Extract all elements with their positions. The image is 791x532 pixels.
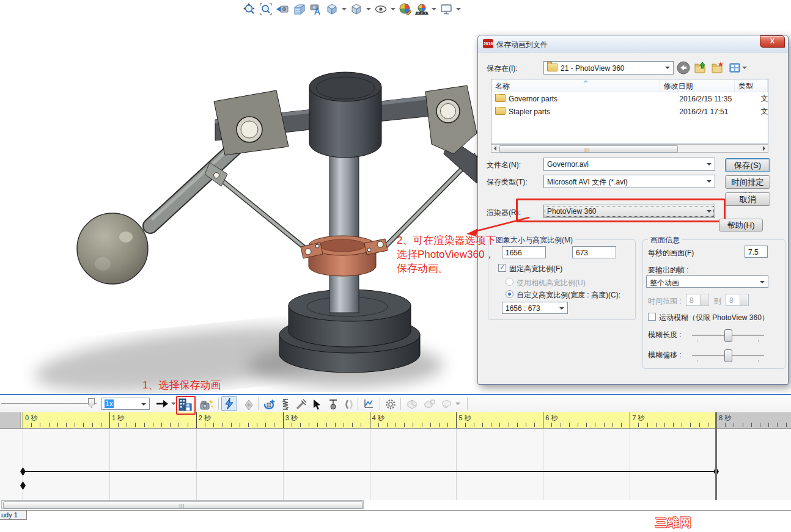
add-key-button[interactable]	[241, 398, 257, 412]
schedule-button[interactable]: 时间排定(H)	[725, 175, 770, 189]
parts-caret[interactable]	[455, 403, 460, 405]
hide-show-items-caret[interactable]	[391, 8, 396, 10]
width-input[interactable]: 1656	[502, 246, 546, 258]
blur-offset-thumb[interactable]	[724, 349, 732, 362]
fps-input[interactable]: 7.5	[745, 246, 768, 258]
damper-button[interactable]	[293, 397, 309, 412]
annotation-step1: 1、选择保存动画	[142, 378, 221, 392]
close-icon[interactable]: X	[760, 35, 785, 48]
blur-offset-slider[interactable]	[692, 355, 764, 357]
blur-length-slider[interactable]	[692, 335, 764, 337]
apply-scene-icon[interactable]	[414, 2, 429, 16]
play-button[interactable]	[154, 396, 170, 411]
keypoint-orientation[interactable]	[20, 481, 26, 490]
column-name[interactable]: 名称	[491, 79, 660, 92]
exploded-parts-icon[interactable]	[421, 397, 437, 412]
camera-aspect-radio[interactable]	[506, 278, 513, 286]
spring-button[interactable]	[278, 397, 293, 412]
scrollbar-thumb[interactable]: |||	[499, 145, 678, 153]
file-name-combo[interactable]: Governor.avi	[543, 158, 715, 171]
save-in-combo[interactable]: 21 - PhotoView 360	[543, 61, 674, 75]
timeline-zoom-slider[interactable]	[1, 403, 97, 404]
column-date[interactable]: 修改日期	[660, 79, 735, 92]
blur-length-label: 模糊长度 :	[648, 330, 682, 340]
range-to-spinner[interactable]: 8	[726, 294, 749, 306]
motor-button[interactable]	[261, 397, 277, 412]
to-label: 到	[714, 296, 721, 307]
height-input[interactable]: 673	[572, 246, 616, 258]
ruler-label: 1 秒	[112, 414, 124, 423]
time-range-label: 时间范围 :	[648, 296, 682, 307]
new-folder-button[interactable]	[711, 61, 724, 75]
timeline-scroll-thumb[interactable]: |||	[3, 501, 363, 509]
file-list[interactable]: 名称 修改日期 类型 Governor parts 2016/2/15 11:3…	[491, 79, 768, 144]
edit-appearance-icon[interactable]	[398, 2, 413, 16]
solidworks-2016-icon: 2016	[483, 39, 493, 48]
scroll-left-icon[interactable]	[494, 146, 496, 151]
gravity-button[interactable]	[325, 397, 341, 412]
reuse-parts-icon[interactable]	[438, 397, 454, 412]
cancel-button[interactable]: 取消	[725, 192, 770, 206]
calculate-button[interactable]	[221, 396, 237, 411]
file-list-hscrollbar[interactable]: |||	[491, 144, 768, 153]
views-caret[interactable]	[742, 67, 747, 69]
display-style-caret[interactable]	[366, 8, 371, 10]
frames-combo[interactable]: 整个动画	[646, 275, 768, 288]
motion-manager: 1x 0 秒1 秒2 秒3 秒4 秒5 秒6 秒7 秒8 秒	[0, 394, 791, 532]
blur-length-thumb[interactable]	[724, 329, 732, 342]
save-button[interactable]: 保存(S)	[725, 158, 770, 172]
simulation-setup-icon[interactable]	[383, 397, 399, 412]
keypoint-start[interactable]	[20, 467, 26, 476]
motion-blur-checkbox[interactable]	[648, 313, 656, 321]
save-type-combo[interactable]: Microsoft AVI 文件 (*.avi)	[543, 175, 715, 188]
view-orientation-caret[interactable]	[342, 8, 347, 10]
animation-wizard-button[interactable]	[199, 397, 215, 412]
fixed-aspect-label: 固定高宽比例(F)	[509, 264, 562, 274]
previous-view-icon[interactable]	[275, 2, 290, 16]
timeline-zoom-thumb[interactable]	[88, 398, 95, 408]
camera-aspect-label: 使用相机高宽比例(U)	[517, 278, 586, 288]
scroll-right-icon[interactable]	[763, 146, 765, 151]
file-row[interactable]: Governor parts 2016/2/15 11:35 文件夹	[491, 92, 768, 105]
range-from-spinner[interactable]: 8	[686, 294, 709, 306]
back-button[interactable]	[677, 61, 690, 75]
view-settings-icon[interactable]	[439, 2, 454, 16]
timeline-playhead[interactable]	[715, 412, 717, 500]
section-view-icon[interactable]	[292, 2, 306, 16]
timeline-ruler[interactable]: 0 秒1 秒2 秒3 秒4 秒5 秒6 秒7 秒8 秒	[0, 412, 791, 429]
folder-icon	[547, 64, 557, 71]
playback-speed-combo[interactable]: 1x	[101, 398, 150, 410]
ruler-label: 5 秒	[458, 414, 471, 423]
dynamic-annotation-views-icon[interactable]	[308, 2, 323, 16]
motion-blur-label: 运动模糊（仅限 PhotoView 360）	[659, 313, 769, 323]
play-mode-caret[interactable]	[171, 403, 176, 405]
folder-icon	[495, 94, 506, 102]
view-orientation-icon[interactable]	[325, 2, 339, 16]
zoom-to-area-icon[interactable]	[259, 2, 273, 16]
view-settings-caret[interactable]	[456, 8, 461, 10]
save-type-label: 保存类型(T):	[487, 177, 528, 188]
renderer-label: 渲染器(R):	[487, 208, 521, 218]
fixed-aspect-checkbox[interactable]	[498, 264, 506, 272]
column-type[interactable]: 类型	[735, 79, 768, 92]
display-style-icon[interactable]	[349, 2, 364, 16]
apply-scene-caret[interactable]	[432, 8, 436, 10]
hide-show-items-icon[interactable]	[373, 2, 388, 16]
custom-aspect-radio[interactable]	[506, 290, 513, 298]
fps-label: 每秒的画面(F)	[648, 248, 694, 258]
views-button[interactable]	[728, 61, 748, 75]
help-button[interactable]: 帮助(H)	[719, 219, 763, 231]
save-animation-button[interactable]	[177, 397, 193, 412]
timeline-grid[interactable]	[0, 429, 791, 500]
results-and-plots-button[interactable]	[361, 396, 377, 411]
timeline-hscrollbar[interactable]: |||	[1, 500, 364, 509]
contact-button[interactable]	[341, 397, 357, 412]
renderer-combo[interactable]: PhotoView 360	[543, 205, 715, 218]
file-row[interactable]: Stapler parts 2016/2/1 17:51 文件夹	[491, 105, 768, 118]
force-button[interactable]	[309, 397, 325, 412]
aspect-ratio-combo[interactable]: 1656 : 673	[502, 302, 568, 314]
zoom-to-fit-icon[interactable]	[242, 2, 257, 16]
motion-study-tab[interactable]: udy 1	[0, 510, 27, 520]
up-one-level-button[interactable]	[694, 61, 707, 75]
collapse-parts-icon[interactable]	[404, 397, 420, 412]
